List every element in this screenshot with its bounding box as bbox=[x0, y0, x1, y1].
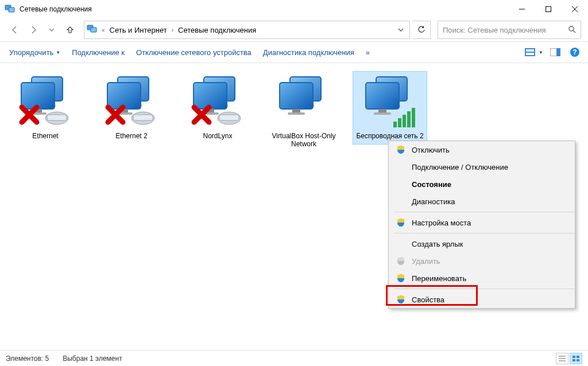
adapter-label: Беспроводная сеть 2 bbox=[356, 132, 423, 140]
menu-item-label: Диагностика bbox=[412, 197, 455, 206]
shield-icon bbox=[396, 256, 406, 266]
help-button[interactable]: ? bbox=[567, 45, 582, 60]
address-bar: « Сеть и Интернет › Сетевые подключения … bbox=[0, 18, 588, 41]
toolbar-overflow[interactable]: » bbox=[362, 46, 373, 59]
svg-rect-54 bbox=[378, 109, 386, 112]
shield-icon bbox=[396, 294, 406, 305]
adapter-icon bbox=[276, 75, 331, 130]
context-menu-item[interactable]: Переименовать bbox=[389, 270, 575, 287]
close-button[interactable] bbox=[562, 0, 588, 18]
adapter-icon bbox=[190, 75, 245, 130]
forward-button[interactable] bbox=[25, 22, 41, 38]
shield-icon bbox=[396, 273, 406, 283]
shield-icon bbox=[396, 217, 406, 228]
titlebar: Сетевые подключения bbox=[0, 0, 588, 18]
maximize-button[interactable] bbox=[535, 0, 562, 18]
svg-rect-3 bbox=[546, 7, 551, 12]
svg-rect-47 bbox=[280, 83, 313, 109]
back-button[interactable] bbox=[7, 22, 23, 38]
preview-pane-button[interactable] bbox=[548, 45, 563, 60]
context-menu-item[interactable]: Отключить bbox=[389, 141, 575, 158]
chevron-down-icon[interactable]: ▼ bbox=[539, 50, 543, 55]
view-toggle bbox=[556, 353, 582, 364]
menu-item-label: Свойства bbox=[412, 295, 444, 304]
context-menu-item[interactable]: Создать ярлык bbox=[389, 235, 575, 252]
menu-item-label: Настройка моста bbox=[412, 219, 471, 227]
breadcrumb-segment[interactable]: Сетевые подключения bbox=[178, 26, 256, 34]
toolbar-diagnose[interactable]: Диагностика подключения bbox=[260, 46, 358, 59]
adapter-label: VirtualBox Host-Only Network bbox=[269, 132, 339, 149]
svg-rect-66 bbox=[572, 359, 575, 361]
network-adapter[interactable]: NordLynx bbox=[180, 71, 255, 145]
adapter-icon bbox=[18, 75, 73, 130]
svg-rect-1 bbox=[9, 7, 14, 12]
recent-dropdown[interactable] bbox=[44, 22, 60, 38]
svg-rect-43 bbox=[219, 115, 239, 120]
chevron-right-icon[interactable]: › bbox=[171, 27, 175, 33]
svg-rect-48 bbox=[292, 109, 300, 112]
search-input[interactable]: Поиск: Сетевые подключения bbox=[438, 21, 581, 39]
view-icons-button[interactable] bbox=[523, 45, 537, 60]
context-menu-item[interactable]: Подключение / Отключение bbox=[389, 158, 575, 176]
menu-item-label: Удалить bbox=[412, 257, 440, 266]
svg-rect-34 bbox=[133, 115, 153, 120]
view-large-icons-button[interactable] bbox=[570, 353, 582, 364]
svg-rect-55 bbox=[374, 112, 391, 115]
toolbar-connect[interactable]: Подключение к bbox=[68, 46, 128, 59]
svg-point-8 bbox=[569, 26, 574, 31]
menu-item-label: Создать ярлык bbox=[412, 240, 463, 248]
breadcrumb[interactable]: « Сеть и Интернет › Сетевые подключения bbox=[84, 21, 410, 39]
context-menu-item[interactable]: Диагностика bbox=[389, 193, 575, 210]
context-menu-item[interactable]: Настройка моста bbox=[389, 214, 575, 231]
svg-rect-59 bbox=[407, 111, 411, 127]
search-placeholder: Поиск: Сетевые подключения bbox=[443, 26, 546, 34]
adapter-icon bbox=[104, 75, 159, 130]
blank-icon bbox=[396, 162, 406, 172]
chevron-icon[interactable]: « bbox=[100, 27, 106, 33]
context-menu-item[interactable]: Свойства bbox=[389, 291, 575, 308]
refresh-button[interactable] bbox=[412, 21, 431, 39]
svg-rect-53 bbox=[366, 83, 399, 109]
status-bar: Элементов: 5 Выбран 1 элемент bbox=[0, 350, 588, 366]
svg-text:?: ? bbox=[572, 48, 577, 56]
network-adapter[interactable]: Ethernet 2 bbox=[94, 71, 169, 145]
up-button[interactable] bbox=[62, 22, 78, 38]
selection-text: Выбран 1 элемент bbox=[63, 355, 122, 363]
view-details-button[interactable] bbox=[556, 353, 568, 364]
svg-rect-56 bbox=[393, 122, 397, 127]
adapter-label: Ethernet bbox=[32, 132, 58, 140]
svg-line-9 bbox=[573, 30, 575, 33]
network-adapter[interactable]: Ethernet bbox=[8, 71, 83, 145]
svg-rect-11 bbox=[526, 49, 534, 52]
svg-rect-67 bbox=[577, 359, 579, 361]
svg-rect-12 bbox=[526, 53, 534, 55]
blank-icon bbox=[396, 239, 406, 249]
app-icon bbox=[5, 4, 15, 14]
minimize-button[interactable] bbox=[509, 0, 535, 18]
svg-rect-14 bbox=[556, 48, 560, 56]
chevron-down-icon: ▼ bbox=[56, 50, 60, 55]
toolbar: Упорядочить ▼ Подключение к Отключение с… bbox=[0, 41, 588, 63]
network-root-icon bbox=[87, 24, 97, 36]
svg-rect-49 bbox=[288, 112, 305, 115]
network-adapter[interactable]: Беспроводная сеть 2 bbox=[353, 71, 427, 145]
menu-item-label: Состояние bbox=[412, 180, 451, 189]
menu-separator bbox=[394, 233, 575, 233]
address-dropdown[interactable] bbox=[394, 26, 407, 34]
context-menu: Отключить Подключение / Отключение Состо… bbox=[388, 141, 575, 309]
network-adapter[interactable]: VirtualBox Host-Only Network bbox=[266, 71, 341, 153]
svg-rect-57 bbox=[398, 118, 401, 127]
shield-icon bbox=[396, 145, 406, 155]
toolbar-organize[interactable]: Упорядочить ▼ bbox=[6, 46, 64, 59]
search-icon bbox=[568, 25, 576, 35]
adapter-label: Ethernet 2 bbox=[115, 132, 147, 140]
svg-rect-58 bbox=[403, 115, 406, 127]
window-controls bbox=[509, 0, 588, 18]
context-menu-item[interactable]: Состояние bbox=[389, 176, 575, 193]
item-count: Элементов: 5 bbox=[6, 355, 49, 363]
adapter-icon bbox=[362, 75, 417, 130]
menu-item-label: Подключение / Отключение bbox=[412, 163, 508, 172]
menu-separator bbox=[394, 212, 575, 212]
toolbar-disable[interactable]: Отключение сетевого устройства bbox=[133, 46, 255, 59]
breadcrumb-segment[interactable]: Сеть и Интернет bbox=[110, 26, 167, 34]
